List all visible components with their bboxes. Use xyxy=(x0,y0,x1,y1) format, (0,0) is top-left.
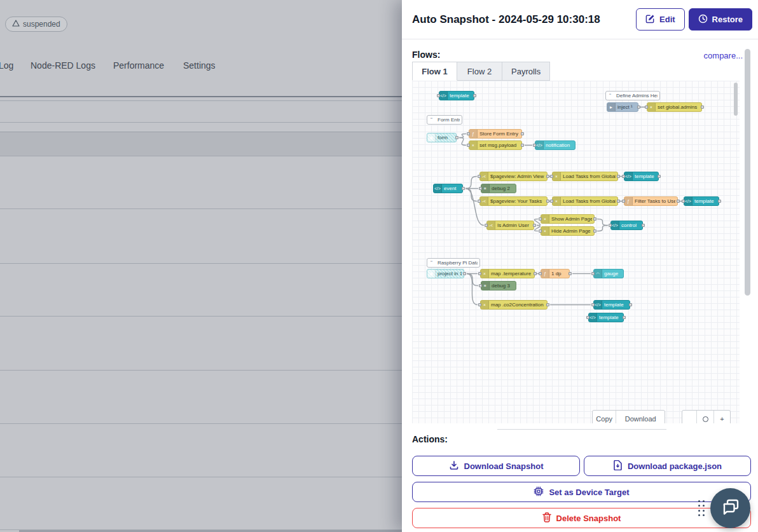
template-node-icon: </> xyxy=(611,221,619,229)
canvas-scrollbar-thumb[interactable] xyxy=(734,83,738,116)
set-as-device-target-button[interactable]: Set as Device Target xyxy=(412,482,751,502)
flow-node-template: </>template xyxy=(624,172,659,181)
flow-node-comment: “Define Admins Here xyxy=(605,91,660,100)
divider xyxy=(497,429,666,430)
node-port xyxy=(591,303,595,306)
table-row-divider xyxy=(0,156,402,156)
tab-flow-2[interactable]: Flow 2 xyxy=(457,62,502,81)
node-port xyxy=(533,224,536,227)
flow-node-gauge: ◠gauge xyxy=(593,269,624,278)
flow-node-change: ×set global.admins xyxy=(647,102,702,112)
template-node-icon: </> xyxy=(684,197,693,205)
flow-node-label: template xyxy=(599,313,621,322)
node-port xyxy=(437,94,440,97)
flow-node-switch: -<Is Admin User xyxy=(486,221,534,230)
background-nav-node-red-logs[interactable]: Node-RED Logs xyxy=(31,60,95,71)
table-row-divider xyxy=(0,132,402,132)
warning-icon xyxy=(12,20,20,29)
node-port xyxy=(546,200,549,203)
form-node-icon: ▣ xyxy=(427,133,436,142)
node-port xyxy=(539,229,542,233)
status-badge: suspended xyxy=(5,17,67,32)
flow-node-label: Define Admins Here xyxy=(616,92,658,100)
drag-handle-dots[interactable] xyxy=(698,500,707,519)
background-nav-performance[interactable]: Performance xyxy=(113,60,164,71)
node-port xyxy=(539,217,542,221)
flow-node-template: </>template xyxy=(593,300,630,310)
node-port xyxy=(463,272,466,275)
node-port xyxy=(546,175,549,178)
node-port xyxy=(637,106,640,109)
zoom-icon xyxy=(703,416,708,422)
flow-node-label: Filter Tasks to User xyxy=(635,197,675,205)
template-node-icon: </> xyxy=(594,301,602,309)
flow-node-label: form xyxy=(438,133,454,142)
download-snapshot-button[interactable]: Download Snapshot xyxy=(412,456,580,476)
action-button-label: Set as Device Target xyxy=(549,488,629,497)
flows-section-label: Flows: xyxy=(412,50,440,60)
flow-node-change: ×set msg.payload xyxy=(469,140,522,150)
flow-node-function: ƒFilter Tasks to User xyxy=(624,196,678,206)
flow-node-label: template xyxy=(635,172,656,181)
flow-node-label: Form Entry xyxy=(438,116,460,124)
background-nav-log[interactable]: Log xyxy=(0,60,13,71)
node-port xyxy=(462,187,465,190)
chip-icon xyxy=(534,486,544,498)
node-port xyxy=(609,224,612,227)
flow-node-label: template xyxy=(450,92,472,100)
inject-node-icon: ► xyxy=(607,103,616,111)
restore-button[interactable]: Restore xyxy=(689,8,752,31)
tab-flow-1[interactable]: Flow 1 xyxy=(412,62,457,81)
flow-node-switch: -<$pageview: Admin View xyxy=(479,172,548,181)
flow-preview-canvas[interactable]: </>template“Define Admins Here►inject ¹×… xyxy=(412,81,740,423)
edit-button[interactable]: Edit xyxy=(636,8,685,31)
background-nav-settings[interactable]: Settings xyxy=(183,60,216,71)
download-package-json-button[interactable]: Download package.json xyxy=(584,456,751,476)
table-row-divider xyxy=(0,208,402,209)
flow-node-label: Show Admin Page xyxy=(551,215,592,223)
flow-node-change: ×map .temperature xyxy=(480,269,535,278)
node-port xyxy=(593,217,596,221)
change-node-icon: × xyxy=(481,301,489,309)
node-port xyxy=(550,175,553,178)
table-row-divider xyxy=(0,477,402,477)
node-port xyxy=(591,272,595,275)
flow-node-label: project in 1 xyxy=(438,269,462,278)
debug-node-icon: ≡ xyxy=(481,184,490,193)
compare-link[interactable]: compare... xyxy=(704,51,743,60)
clock-icon xyxy=(698,14,708,25)
template-node-icon: </> xyxy=(624,172,633,181)
comment-node-icon: “ xyxy=(427,116,436,124)
change-node-icon: × xyxy=(481,269,489,278)
snapshot-title: Auto Snapshot - 2024-05-29 10:30:18 xyxy=(412,13,636,26)
snapshot-drawer: Auto Snapshot - 2024-05-29 10:30:18 Edit… xyxy=(402,0,758,532)
canvas-zoom-toolbar-clipped[interactable]: + xyxy=(682,410,731,423)
flow-node-template: </>event xyxy=(433,184,463,193)
flow-node-label: set global.admins xyxy=(658,103,699,111)
table-row-divider xyxy=(0,263,402,264)
chat-launcher-button[interactable] xyxy=(710,488,750,528)
screen: suspended LogNode-RED LogsPerformanceSet… xyxy=(0,0,758,532)
node-port xyxy=(478,303,481,306)
node-port xyxy=(539,272,542,275)
template-node-icon: </> xyxy=(589,313,597,322)
node-port xyxy=(467,132,470,135)
flow-node-function: ƒStore Form Entry xyxy=(469,129,522,139)
tab-payrolls[interactable]: Payrolls xyxy=(502,62,550,81)
drawer-scrollbar-thumb[interactable] xyxy=(745,49,750,296)
flow-node-switch: -<$pageview: Your Tasks xyxy=(479,196,548,206)
change-node-icon: × xyxy=(469,141,478,149)
flow-node-change: ×Load Tasks from Global xyxy=(552,172,618,181)
flow-node-label: template xyxy=(604,301,628,309)
node-port xyxy=(533,144,536,147)
change-node-icon: × xyxy=(553,197,561,205)
node-port xyxy=(467,144,470,147)
flow-node-change: ×Hide Admin Page xyxy=(541,226,595,236)
table-row-divider xyxy=(0,100,402,101)
node-port xyxy=(701,106,704,109)
flow-node-change: ×Load Tasks from Global xyxy=(552,196,618,206)
background-nav-tabs: LogNode-RED LogsPerformanceSettings xyxy=(0,60,402,73)
canvas-toolbar-clipped[interactable]: Copy Download xyxy=(592,410,665,423)
flow-node-template: </>control xyxy=(610,221,643,230)
flow-node-label: gauge xyxy=(604,269,621,278)
